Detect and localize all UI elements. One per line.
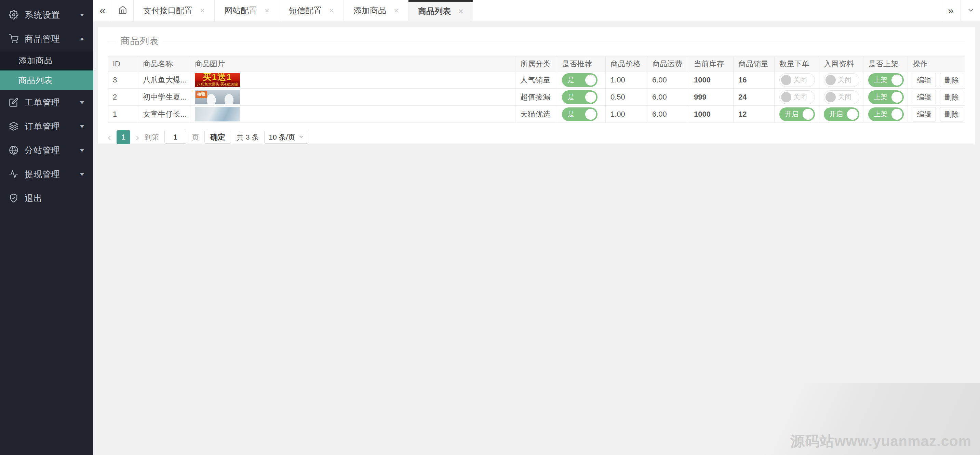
toggle-label: 关闭 <box>793 93 807 102</box>
logout-icon <box>9 193 19 203</box>
category-link[interactable]: 天猫优选 <box>520 110 550 118</box>
cell-name: 八爪鱼大爆... <box>138 72 190 89</box>
tab-payment-config[interactable]: 支付接口配置 × <box>134 0 215 21</box>
tab-label: 网站配置 <box>224 5 257 16</box>
qty-order-toggle[interactable]: 关闭 <box>780 90 815 104</box>
cell-recommend: 是 <box>557 89 606 106</box>
cell-qty-order: 关闭 <box>775 89 819 106</box>
confirm-button[interactable]: 确定 <box>204 131 231 144</box>
sidebar-item-label: 分站管理 <box>25 145 60 156</box>
cell-price: 0.50 <box>606 89 648 106</box>
prev-page-button[interactable]: ‹ <box>108 132 111 142</box>
page-size-select[interactable]: 10 条/页 <box>264 131 308 144</box>
cell-id: 3 <box>108 72 138 89</box>
qty-order-toggle[interactable]: 开启 <box>780 107 815 121</box>
cell-shipping: 6.00 <box>648 72 689 89</box>
toggle-knob <box>585 75 596 86</box>
toggle-label: 是 <box>568 110 574 119</box>
tab-label: 商品列表 <box>418 6 451 17</box>
col-header-recommend: 是否推荐 <box>557 56 606 72</box>
sidebar-item-substations[interactable]: 分站管理 ▼ <box>0 138 93 162</box>
recommend-toggle[interactable]: 是 <box>562 107 598 121</box>
product-image[interactable]: 核狼 <box>195 90 240 104</box>
close-icon[interactable]: × <box>394 6 399 15</box>
col-header-network-info: 入网资料 <box>819 56 864 72</box>
page-number-button[interactable]: 1 <box>116 130 130 144</box>
edit-button[interactable]: 编辑 <box>913 73 936 87</box>
page-size-value: 10 条/页 <box>269 133 295 142</box>
cell-category: 天猫优选 <box>515 106 557 123</box>
layers-icon <box>9 121 19 131</box>
sidebar-item-withdrawals[interactable]: 提现管理 ▼ <box>0 162 93 186</box>
cell-name: 初中学生夏... <box>138 89 190 106</box>
home-tab[interactable] <box>112 0 134 21</box>
total-count-label: 共 3 条 <box>237 133 259 142</box>
toggle-knob <box>826 92 836 102</box>
category-link[interactable]: 人气销量 <box>520 76 550 84</box>
sidebar-item-label: 商品管理 <box>25 33 60 45</box>
close-icon[interactable]: × <box>264 6 269 15</box>
toggle-label: 开启 <box>785 110 799 119</box>
collapse-sidebar-button[interactable]: « <box>93 0 112 21</box>
col-header-stock: 当前库存 <box>689 56 733 72</box>
recommend-toggle[interactable]: 是 <box>562 90 598 104</box>
sidebar-item-goods-list[interactable]: 商品列表 <box>0 70 93 90</box>
cell-actions: 编辑删除 <box>908 72 965 89</box>
sidebar-item-work-orders[interactable]: 工单管理 ▼ <box>0 90 93 114</box>
sidebar-item-logout[interactable]: 退出 <box>0 186 93 210</box>
legend-line <box>108 41 116 42</box>
sidebar-item-system-settings[interactable]: 系统设置 ▼ <box>0 3 93 27</box>
goto-page-input[interactable] <box>164 131 186 144</box>
cell-category: 人气销量 <box>515 72 557 89</box>
network-info-toggle[interactable]: 关闭 <box>824 90 859 104</box>
tabs-overflow-button[interactable]: » <box>941 0 961 21</box>
network-info-toggle[interactable]: 开启 <box>824 107 859 121</box>
sidebar-item-add-goods[interactable]: 添加商品 <box>0 51 93 70</box>
product-image[interactable] <box>195 107 240 121</box>
close-icon[interactable]: × <box>458 7 463 15</box>
edit-button[interactable]: 编辑 <box>913 107 936 121</box>
shelf-toggle[interactable]: 上架 <box>868 107 904 121</box>
goods-submenu: 添加商品 商品列表 <box>0 51 93 90</box>
col-header-name: 商品名称 <box>138 56 190 72</box>
panel-header: 商品列表 <box>108 27 965 47</box>
sidebar-item-goods-management[interactable]: 商品管理 ▲ <box>0 27 93 51</box>
close-icon[interactable]: × <box>329 6 334 15</box>
cell-network-info: 关闭 <box>819 89 864 106</box>
edit-button[interactable]: 编辑 <box>913 90 936 104</box>
cell-name: 女童牛仔长... <box>138 106 190 123</box>
col-header-sales: 商品销量 <box>733 56 775 72</box>
next-page-button[interactable]: › <box>136 132 139 142</box>
toggle-knob <box>891 75 902 86</box>
home-icon <box>118 5 127 16</box>
cell-price: 1.00 <box>606 106 648 123</box>
double-chevron-right-icon: » <box>948 5 954 16</box>
cell-stock: 1000 <box>689 72 733 89</box>
sidebar-item-orders[interactable]: 订单管理 ▼ <box>0 114 93 138</box>
cell-image: 买1送1 八爪鱼大爆头 买4发10罐 <box>190 72 515 89</box>
tab-sms-config[interactable]: 短信配置 × <box>279 0 344 21</box>
tab-add-goods[interactable]: 添加商品 × <box>344 0 409 21</box>
tab-label: 短信配置 <box>289 5 321 16</box>
tabs-menu-button[interactable] <box>961 0 980 21</box>
tab-goods-list[interactable]: 商品列表 × <box>409 0 473 21</box>
tab-site-config[interactable]: 网站配置 × <box>215 0 279 21</box>
qty-order-toggle[interactable]: 关闭 <box>780 73 815 87</box>
shelf-toggle[interactable]: 上架 <box>868 90 904 104</box>
close-icon[interactable]: × <box>200 6 205 15</box>
product-image[interactable]: 买1送1 八爪鱼大爆头 买4发10罐 <box>195 73 240 87</box>
cell-network-info: 关闭 <box>819 72 864 89</box>
toggle-label: 关闭 <box>838 75 851 85</box>
shelf-toggle[interactable]: 上架 <box>868 73 904 87</box>
delete-button[interactable]: 删除 <box>940 73 963 87</box>
category-link[interactable]: 超值捡漏 <box>520 93 550 101</box>
recommend-toggle[interactable]: 是 <box>562 73 598 87</box>
cell-category: 超值捡漏 <box>515 89 557 106</box>
toggle-label: 是 <box>568 75 574 85</box>
network-info-toggle[interactable]: 关闭 <box>824 73 859 87</box>
delete-button[interactable]: 删除 <box>940 90 963 104</box>
cell-price: 1.00 <box>606 72 648 89</box>
toggle-knob <box>826 75 836 85</box>
delete-button[interactable]: 删除 <box>940 107 963 121</box>
cell-id: 2 <box>108 89 138 106</box>
